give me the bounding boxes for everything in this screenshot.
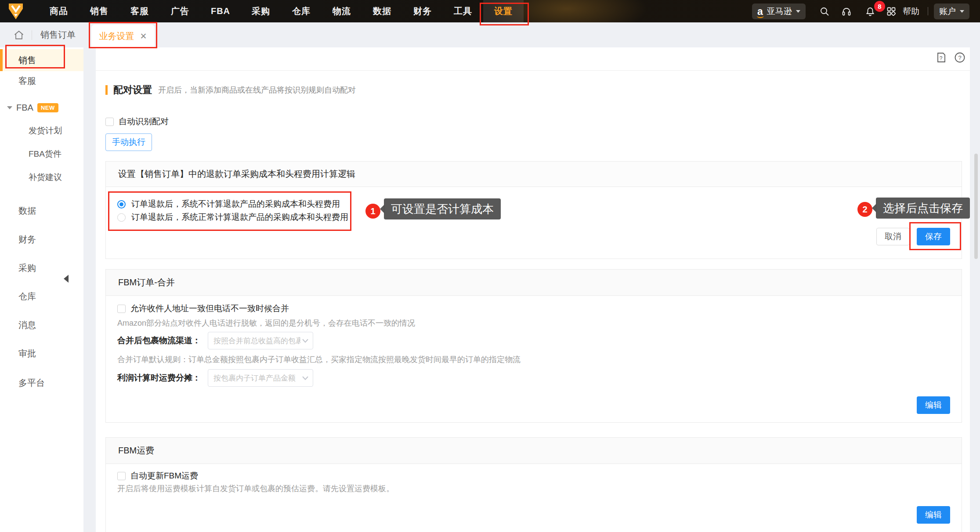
auto-freight-row: 自动更新FBM运费 — [117, 470, 198, 482]
tab-label: 业务设置 — [99, 30, 134, 42]
marketplace-switcher[interactable]: a 亚马逊 — [752, 4, 806, 19]
tab-bar: 销售订单 业务设置 ✕ — [0, 22, 980, 47]
sidebar-item-service[interactable]: 客服 — [18, 70, 36, 92]
nav-item-data[interactable]: 数据 — [362, 0, 402, 22]
svg-text:?: ? — [940, 55, 943, 61]
new-badge: NEW — [37, 103, 58, 112]
refund-card-title: 设置【销售订单】中的退款订单采购成本和头程费用计算逻辑 — [106, 162, 962, 187]
sidebar-item-data[interactable]: 数据 — [18, 200, 36, 222]
sidebar-item-fba-shipments[interactable]: FBA货件 — [29, 143, 61, 165]
refund-option-normal-cost[interactable]: 订单退款后，系统正常计算退款产品的采购成本和头程费用 — [117, 212, 348, 223]
nav-item-fba[interactable]: FBA — [200, 0, 241, 22]
chevron-down-icon — [7, 106, 12, 112]
sidebar-item-fba[interactable]: FBA NEW — [7, 97, 58, 119]
top-navbar: 商品 销售 客服 广告 FBA 采购 仓库 物流 数据 财务 工具 设置 a 亚… — [0, 0, 980, 22]
refund-option-no-cost[interactable]: 订单退款后，系统不计算退款产品的采购成本和头程费用 — [117, 198, 340, 210]
chevron-down-icon — [960, 10, 964, 15]
notification-count-badge: 8 — [874, 1, 885, 12]
merge-phone-row: 允许收件人地址一致但电话不一致时候合并 — [117, 303, 289, 314]
nav-item-products[interactable]: 商品 — [39, 0, 79, 22]
channel-label: 合并后包裹物流渠道： — [117, 335, 208, 346]
sidebar-item-restock-advice[interactable]: 补货建议 — [29, 166, 62, 188]
sidebar-item-label: 销售 — [18, 49, 36, 71]
freight-share-row: 利润计算时运费分摊： 按包裹内子订单产品金额 — [117, 369, 313, 387]
tab-close-icon[interactable]: ✕ — [140, 31, 147, 41]
annotation-step2-tooltip: 选择后点击保存 — [876, 198, 970, 219]
auto-pairing-checkbox[interactable] — [105, 118, 114, 126]
nav-item-sales[interactable]: 销售 — [79, 0, 119, 22]
sidebar-item-shipping-plan[interactable]: 发货计划 — [29, 120, 62, 142]
notification-bell-icon[interactable] — [865, 7, 875, 16]
nav-item-ads[interactable]: 广告 — [160, 0, 200, 22]
refund-cost-card: 设置【销售订单】中的退款订单采购成本和头程费用计算逻辑 订单退款后，系统不计算退… — [105, 161, 962, 259]
freight-share-label: 利润计算时运费分摊： — [117, 372, 208, 384]
nav-item-logistics[interactable]: 物流 — [322, 0, 362, 22]
amazon-logo-icon: a — [757, 7, 763, 16]
auto-freight-label: 自动更新FBM运费 — [130, 470, 198, 482]
freight-share-select-value: 按包裹内子订单产品金额 — [213, 373, 300, 383]
cancel-button[interactable]: 取消 — [876, 228, 910, 245]
merge-phone-label: 允许收件人地址一致但电话不一致时候合并 — [130, 303, 289, 314]
merge-phone-checkbox[interactable] — [117, 305, 126, 313]
fbm-freight-edit-button[interactable]: 编辑 — [917, 506, 950, 524]
annotation-step2-badge: 2 — [857, 202, 872, 217]
header-divider — [96, 70, 970, 71]
chevron-down-icon — [796, 10, 800, 15]
main-content: ? ? 配对设置 开启后，当新添加商品或在线产品将按识别规则自动配对 自动识别配… — [96, 47, 970, 532]
sidebar-item-warehouse[interactable]: 仓库 — [18, 285, 36, 307]
sidebar-item-messages[interactable]: 消息 — [18, 314, 36, 336]
sidebar: 销售 客服 FBA NEW 发货计划 FBA货件 补货建议 数据 财务 采购 仓… — [0, 47, 83, 532]
nav-item-settings[interactable]: 设置 — [483, 0, 524, 22]
pairing-section-header: 配对设置 开启后，当新添加商品或在线产品将按识别规则自动配对 — [105, 83, 356, 97]
nav-item-finance[interactable]: 财务 — [402, 0, 443, 22]
app-grid-icon[interactable] — [886, 7, 896, 16]
sidebar-collapse-handle[interactable] — [60, 275, 69, 283]
search-icon[interactable] — [820, 7, 829, 16]
radio-label: 订单退款后，系统正常计算退款产品的采购成本和头程费用 — [131, 212, 348, 223]
account-label: 账户 — [939, 6, 956, 17]
fbm-merge-edit-button[interactable]: 编辑 — [917, 396, 950, 414]
help-circle-icon[interactable]: ? — [954, 52, 966, 63]
radio-label: 订单退款后，系统不计算退款产品的采购成本和头程费用 — [131, 198, 340, 210]
channel-row: 合并后包裹物流渠道： 按照合并前总收益高的包裹的物 — [117, 332, 313, 349]
freight-note: 开启后将使用运费模板计算自发货订单或包裹的预估运费。请先设置运费模板。 — [117, 483, 394, 494]
radio-selected-icon[interactable] — [117, 200, 126, 208]
fbm-freight-card: FBM运费 自动更新FBM运费 开启后将使用运费模板计算自发货订单或包裹的预估运… — [105, 437, 962, 532]
fbm-merge-title: FBM订单-合并 — [106, 270, 962, 296]
breadcrumb[interactable]: 销售订单 — [40, 22, 76, 47]
auto-freight-checkbox[interactable] — [117, 472, 126, 480]
sidebar-item-purchase[interactable]: 采购 — [18, 257, 36, 279]
sidebar-item-approval[interactable]: 审批 — [18, 342, 36, 364]
sidebar-item-sales[interactable]: 销售 — [0, 49, 83, 71]
app-logo-icon — [8, 3, 24, 20]
merge-note: Amazon部分站点对收件人电话进行脱敏，返回的是分机号，会存在电话不一致的情况 — [117, 317, 415, 329]
svg-text:?: ? — [958, 54, 961, 61]
nav-item-service[interactable]: 客服 — [119, 0, 160, 22]
nav-divider — [928, 7, 928, 15]
primary-nav: 商品 销售 客服 广告 FBA 采购 仓库 物流 数据 财务 工具 设置 — [39, 0, 524, 22]
headset-icon[interactable] — [842, 7, 851, 16]
nav-item-warehouse[interactable]: 仓库 — [281, 0, 322, 22]
doc-help-icon[interactable]: ? — [936, 52, 947, 63]
pairing-subtitle: 开启后，当新添加商品或在线产品将按识别规则自动配对 — [158, 85, 356, 95]
sidebar-item-multiplatform[interactable]: 多平台 — [18, 372, 45, 394]
pairing-title: 配对设置 — [113, 83, 152, 97]
save-button[interactable]: 保存 — [917, 228, 950, 245]
auto-pairing-row: 自动识别配对 — [105, 116, 169, 127]
sidebar-item-finance[interactable]: 财务 — [18, 228, 36, 250]
nav-item-purchase[interactable]: 采购 — [241, 0, 281, 22]
home-icon[interactable] — [13, 29, 25, 41]
nav-item-tools[interactable]: 工具 — [443, 0, 483, 22]
manual-run-button[interactable]: 手动执行 — [105, 133, 152, 151]
account-menu[interactable]: 账户 — [934, 4, 969, 19]
marketplace-label: 亚马逊 — [767, 6, 792, 17]
radio-unselected-icon[interactable] — [117, 213, 126, 222]
vertical-scrollbar-thumb[interactable] — [974, 154, 978, 259]
freight-share-select[interactable]: 按包裹内子订单产品金额 — [208, 369, 313, 387]
channel-select[interactable]: 按照合并前总收益高的包裹的物 — [208, 332, 313, 349]
active-indicator-bar — [0, 49, 3, 71]
annotation-step1-badge: 1 — [365, 204, 380, 219]
tab-business-settings[interactable]: 业务设置 ✕ — [91, 25, 155, 47]
help-link[interactable]: 帮助 — [903, 0, 919, 22]
annotation-step1-tooltip: 可设置是否计算成本 — [384, 198, 501, 219]
